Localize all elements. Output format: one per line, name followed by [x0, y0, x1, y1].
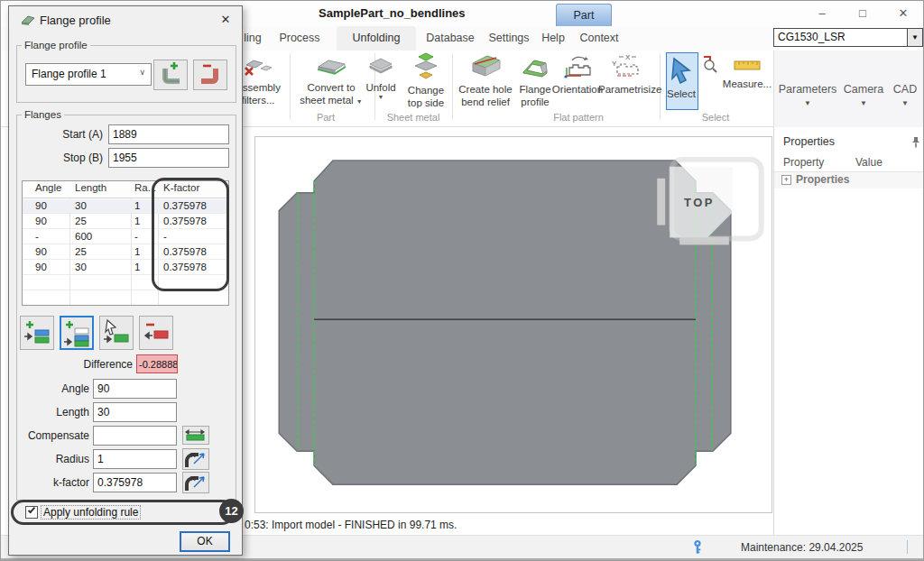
kfactor-annotation-outline: [152, 178, 229, 291]
properties-tree-row[interactable]: + Properties: [774, 172, 924, 189]
maintenance-date: Maintenance: 29.04.2025: [741, 541, 863, 554]
assembly-filters-icon: [243, 54, 273, 81]
menu-tab-context[interactable]: Context: [575, 26, 624, 51]
radius-input[interactable]: [93, 449, 177, 469]
chevron-down-icon: ▼: [888, 99, 922, 107]
dialog-title: Flange profile: [40, 14, 111, 27]
menu-tab-process[interactable]: Process: [273, 26, 326, 51]
change-top-label-1: Change: [402, 84, 450, 97]
camera-menu[interactable]: Camera ▼: [841, 83, 886, 107]
tab-part[interactable]: Part: [556, 4, 612, 26]
length-input[interactable]: [93, 402, 177, 422]
col-length: Length: [75, 182, 106, 193]
expand-icon[interactable]: +: [781, 175, 791, 185]
stop-input[interactable]: [108, 148, 229, 168]
change-top-label-2: top side: [402, 97, 450, 109]
model-viewport[interactable]: TOP: [254, 136, 772, 513]
select-row-button[interactable]: [99, 316, 134, 350]
ribbon-separator: [452, 53, 453, 120]
dialog-close-icon[interactable]: ✕: [217, 11, 235, 29]
kfactor-label: k-factor: [27, 476, 89, 489]
unfold-label: Unfold: [360, 81, 402, 94]
parametrisize-button[interactable]: XY Parametrisize: [598, 52, 656, 96]
chevron-down-icon: ▼: [778, 99, 837, 107]
value-column-header[interactable]: Value: [855, 156, 882, 169]
measure-ruler-icon: [732, 58, 762, 78]
angle-input[interactable]: [93, 379, 177, 399]
ribbon-group-part: Part: [299, 112, 353, 123]
document-title: SamplePart_no_bendlines: [319, 6, 466, 20]
minimize-button[interactable]: –: [808, 5, 836, 23]
measure-button[interactable]: Measure...: [721, 58, 773, 90]
radius-from-table-button[interactable]: R: [182, 448, 209, 470]
create-hole-label-1: Create hole: [454, 83, 517, 96]
license-key-icon: [692, 539, 703, 558]
length-label: Length: [27, 406, 89, 418]
properties-panel-title: Properties: [783, 135, 835, 148]
table-row-empty: [23, 291, 228, 305]
start-label: Start (A): [27, 128, 103, 141]
property-column-header[interactable]: Property: [783, 156, 824, 169]
change-top-side-button[interactable]: Change top side: [402, 51, 450, 109]
select-label: Select: [667, 87, 698, 100]
angle-label: Angle: [27, 382, 89, 395]
ok-button[interactable]: OK: [180, 531, 230, 552]
chevron-down-icon[interactable]: ▼: [907, 29, 922, 46]
insert-row-below-button[interactable]: [60, 316, 94, 350]
insert-row-above-button[interactable]: [20, 316, 54, 350]
kfactor-input[interactable]: [93, 473, 177, 492]
flange-profile-label-2: profile: [517, 96, 553, 108]
apply-unfolding-rule-checkbox[interactable]: [25, 506, 38, 519]
svg-text:X: X: [625, 53, 631, 61]
chevron-down-icon: ▼: [360, 94, 402, 101]
annotation-step-badge: 12: [219, 499, 244, 523]
orientation-button[interactable]: Orientation: [551, 52, 604, 96]
kfactor-from-table-button[interactable]: K: [182, 472, 209, 493]
start-input[interactable]: [108, 124, 229, 144]
ribbon-group-sheet-metal: Sheet metal: [378, 112, 448, 123]
maximize-button[interactable]: □: [849, 5, 876, 23]
flange-profile-label-1: Flange: [517, 83, 553, 96]
right-menu-panel: Parameters ▼ Camera ▼ CAD ▼: [773, 51, 924, 127]
add-profile-button[interactable]: [153, 60, 188, 90]
delete-row-button[interactable]: [139, 316, 173, 350]
measure-label: Measure...: [721, 78, 773, 90]
select-cursor-icon: [667, 57, 692, 87]
radius-label: Radius: [27, 453, 89, 465]
unfold-button[interactable]: Unfold ▼: [360, 54, 402, 101]
zoom-select-icon[interactable]: [701, 55, 719, 77]
menu-tab-settings[interactable]: Settings: [485, 26, 533, 51]
remove-profile-button[interactable]: [193, 60, 227, 90]
create-hole-bend-relief-button[interactable]: Create hole bend relief: [454, 52, 517, 108]
machine-combobox-value: CG1530_LSR: [778, 31, 845, 43]
cad-menu[interactable]: CAD ▼: [888, 83, 922, 107]
convert-label-2: sheet metal ▼: [291, 94, 371, 106]
compensate-label: Compensate: [16, 429, 89, 442]
profile-combobox-value: Flange profile 1: [32, 68, 106, 80]
menu-tab-unfolding[interactable]: Unfolding: [337, 26, 416, 51]
compensate-input[interactable]: [93, 426, 177, 446]
app-window: SamplePart_no_bendlines Part – □ ✕ ling …: [0, 0, 924, 561]
machine-combobox[interactable]: CG1530_LSR ▼: [773, 28, 923, 47]
properties-panel: Properties Property Value + Properties: [773, 127, 924, 535]
apply-unfolding-rule-label[interactable]: Apply unfolding rule: [42, 506, 140, 519]
properties-tree-label: Properties: [796, 173, 849, 186]
select-button[interactable]: Select: [666, 52, 698, 110]
ribbon-separator: [290, 53, 291, 120]
close-button[interactable]: ✕: [890, 5, 917, 23]
ribbon-group-select: Select: [688, 112, 743, 123]
menu-tab-help[interactable]: Help: [537, 26, 569, 51]
flat-pattern-drawing: TOP: [255, 137, 772, 512]
profile-combobox[interactable]: Flange profile 1 ∨: [25, 63, 152, 86]
convert-to-sheet-metal-icon: [313, 54, 349, 81]
parameters-menu[interactable]: Parameters ▼: [778, 83, 837, 107]
menu-tab-database[interactable]: Database: [421, 26, 479, 51]
pin-icon[interactable]: [911, 135, 920, 152]
convert-to-sheet-metal-button[interactable]: Convert to sheet metal ▼: [291, 54, 371, 106]
convert-label-1: Convert to: [291, 81, 371, 94]
flange-profile-dialog: Flange profile ✕ Flange profile Flange p…: [8, 5, 243, 556]
compensate-measure-button[interactable]: [182, 426, 209, 445]
orientation-widget-left-bar: [657, 179, 665, 225]
flange-profile-button[interactable]: Flange profile: [517, 52, 553, 108]
svg-text:R: R: [190, 451, 196, 459]
